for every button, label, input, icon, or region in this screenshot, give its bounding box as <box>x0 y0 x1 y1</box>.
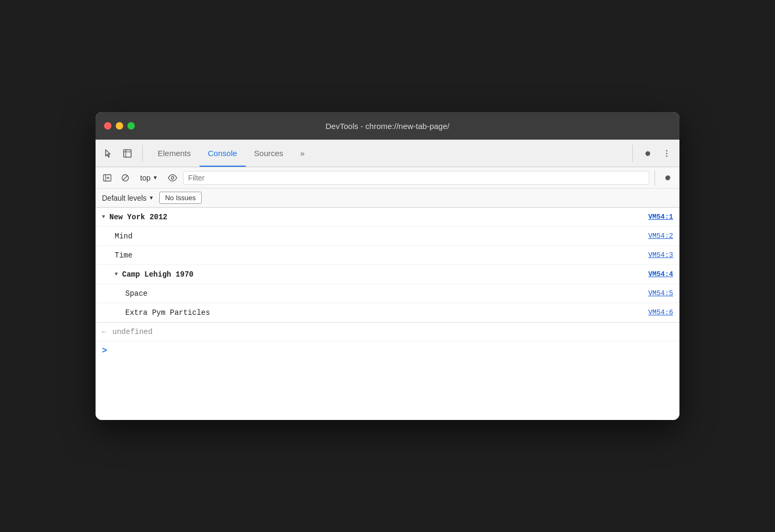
filter-input[interactable] <box>183 171 649 185</box>
svg-point-12 <box>171 176 174 179</box>
inspect-icon-button[interactable] <box>119 145 136 162</box>
context-selector[interactable]: top ▼ <box>136 172 162 184</box>
toolbar-right <box>632 145 675 162</box>
eye-icon <box>168 174 177 182</box>
devtools-window: DevTools - chrome://new-tab-page/ Ele <box>96 112 679 420</box>
clear-console-button[interactable] <box>118 170 133 185</box>
row-text-space: Space <box>125 289 148 298</box>
sidebar-icon <box>103 174 111 182</box>
row-link-pym[interactable]: VM54:6 <box>648 308 673 316</box>
separator <box>655 170 655 185</box>
console-settings-button[interactable] <box>660 170 675 185</box>
context-label: top <box>140 174 150 182</box>
collapse-triangle-camp-lehigh[interactable]: ▼ <box>115 271 118 277</box>
tab-elements[interactable]: Elements <box>149 140 200 167</box>
svg-rect-0 <box>124 150 131 157</box>
row-left-camp-lehigh: ▼ Camp Lehigh 1970 <box>115 270 193 279</box>
toolbar-icons <box>100 145 143 162</box>
row-left-space: Space <box>125 289 148 298</box>
prompt-chevron-icon: > <box>102 346 107 356</box>
console-toolbar-2: Default levels ▼ No Issues <box>96 188 679 208</box>
chevron-down-icon: ▼ <box>152 175 158 181</box>
live-expressions-button[interactable] <box>165 170 180 185</box>
svg-rect-6 <box>104 175 111 181</box>
console-row-camp-lehigh: ▼ Camp Lehigh 1970 VM54:4 <box>96 265 679 284</box>
svg-point-4 <box>666 152 667 153</box>
row-left-time: Time <box>115 251 133 260</box>
cursor-icon <box>104 149 113 158</box>
row-link-mind[interactable]: VM54:2 <box>648 232 673 240</box>
gear-icon-small <box>664 174 672 182</box>
console-toolbar: top ▼ <box>96 167 679 188</box>
cursor-icon-button[interactable] <box>100 145 117 162</box>
more-options-button[interactable] <box>658 145 675 162</box>
gear-icon <box>643 149 652 158</box>
tab-console[interactable]: Console <box>200 140 246 167</box>
tab-sources[interactable]: Sources <box>246 140 292 167</box>
row-text-pym: Extra Pym Particles <box>125 308 210 317</box>
row-text-camp-lehigh: Camp Lehigh 1970 <box>122 270 193 279</box>
row-text-time: Time <box>115 251 133 260</box>
block-icon <box>121 174 130 182</box>
row-left-pym: Extra Pym Particles <box>125 308 210 317</box>
title-bar: DevTools - chrome://new-tab-page/ <box>96 112 679 140</box>
inspect-icon <box>123 149 132 158</box>
default-levels-arrow: ▼ <box>149 195 154 201</box>
svg-line-11 <box>123 176 127 180</box>
console-row-pym: Extra Pym Particles VM54:6 <box>96 303 679 322</box>
console-row-space: Space VM54:5 <box>96 284 679 303</box>
console-prompt-row: > <box>96 341 679 361</box>
traffic-lights <box>104 122 135 130</box>
console-output: ▼ New York 2012 VM54:1 Mind VM54:2 Time … <box>96 208 679 420</box>
minimize-button[interactable] <box>116 122 123 130</box>
more-options-icon <box>662 149 671 158</box>
collapse-triangle-new-york[interactable]: ▼ <box>102 214 105 220</box>
no-issues-button[interactable]: No Issues <box>159 192 202 204</box>
console-row-undefined: ← undefined <box>96 322 679 341</box>
row-text-mind: Mind <box>115 232 133 241</box>
sidebar-toggle-button[interactable] <box>100 170 115 185</box>
console-row-new-york: ▼ New York 2012 VM54:1 <box>96 208 679 227</box>
settings-button[interactable] <box>639 145 656 162</box>
console-row-time: Time VM54:3 <box>96 246 679 265</box>
svg-point-3 <box>666 150 667 151</box>
row-left-mind: Mind <box>115 232 133 241</box>
window-title: DevTools - chrome://new-tab-page/ <box>325 122 449 131</box>
default-levels-button[interactable]: Default levels ▼ <box>102 194 154 202</box>
tab-more[interactable]: » <box>292 140 313 167</box>
return-arrow-icon: ← <box>102 328 106 336</box>
tabs-container: Elements Console Sources » <box>149 140 632 167</box>
maximize-button[interactable] <box>127 122 135 130</box>
row-link-time[interactable]: VM54:3 <box>648 251 673 259</box>
devtools-toolbar: Elements Console Sources » <box>96 140 679 167</box>
row-left-new-york: ▼ New York 2012 <box>102 213 167 221</box>
row-link-new-york[interactable]: VM54:1 <box>648 213 673 221</box>
row-link-space[interactable]: VM54:5 <box>648 289 673 297</box>
svg-point-5 <box>666 155 667 156</box>
row-text-new-york: New York 2012 <box>109 213 167 221</box>
default-levels-label: Default levels <box>102 194 147 202</box>
close-button[interactable] <box>104 122 111 130</box>
row-link-camp-lehigh[interactable]: VM54:4 <box>648 270 673 278</box>
console-row-mind: Mind VM54:2 <box>96 227 679 246</box>
undefined-text: undefined <box>113 328 153 336</box>
